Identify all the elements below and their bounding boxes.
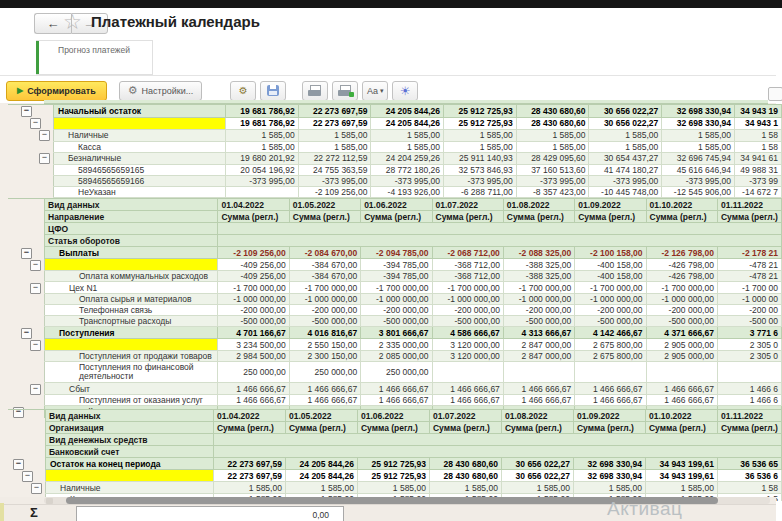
cell-value[interactable]: -478 21 [717, 271, 781, 282]
cell-value[interactable]: -14 672 7 [735, 186, 782, 197]
row-label[interactable]: Безналичные [54, 152, 226, 164]
cell-value[interactable]: 34 943 199,61 [645, 470, 717, 482]
cell-value[interactable]: 32 573 846,93 [444, 164, 517, 175]
cell-value[interactable]: 1 58 [735, 129, 782, 141]
cell-value[interactable]: 1 585,00 [444, 141, 517, 152]
date-header-cell[interactable]: 01.08.2022 [501, 410, 573, 422]
sum-header-cell[interactable]: Сумма (регл.) [361, 211, 432, 223]
cell-value[interactable]: 4 371 666,67 [646, 327, 717, 339]
tab-payment-forecast[interactable]: Прогноз платежей [36, 40, 153, 75]
cell-value[interactable]: 2 550 150,00 [289, 339, 360, 351]
tree-expander-icon[interactable]: − [30, 384, 41, 395]
cell-value[interactable]: 24 204 259,26 [371, 152, 444, 164]
cell-value[interactable]: -200 00 [717, 305, 781, 316]
cell-value[interactable]: 4 142 466,67 [575, 327, 646, 339]
cell-value[interactable]: 1 466 666,67 [218, 395, 289, 406]
row-label[interactable] [45, 259, 218, 271]
cell-value[interactable]: -1 000 000,00 [432, 294, 503, 305]
cell-value[interactable]: -2 084 670,00 [289, 247, 360, 259]
row-label[interactable]: Сбыт [45, 383, 218, 395]
row-label[interactable]: Оплата сырья и материалов [45, 294, 218, 305]
date-header-cell[interactable]: 01.06.2022 [357, 410, 429, 422]
cell-value[interactable]: 22 273 697,59 [213, 470, 285, 482]
cell-value[interactable]: 1 585,00 [298, 129, 371, 141]
sum-header-cell[interactable]: Сумма (регл.) [357, 422, 429, 434]
cell-value[interactable]: 2 905 000,00 [646, 339, 717, 351]
cell-value[interactable]: -2 068 712,00 [432, 247, 503, 259]
row-label[interactable] [46, 470, 214, 482]
sum-header-cell[interactable]: Сумма (регл.) [645, 422, 717, 434]
cell-value[interactable]: 1 585,00 [298, 141, 371, 152]
row-label[interactable]: Поступления [45, 327, 218, 339]
cell-value[interactable]: -200 000,00 [503, 305, 574, 316]
cell-value[interactable] [717, 362, 781, 383]
row-label[interactable]: Выплаты [45, 247, 218, 259]
cell-value[interactable]: 1 585,00 [662, 129, 735, 141]
header-empty-cell[interactable] [218, 235, 782, 247]
cell-value[interactable]: 2 905 000,00 [646, 351, 717, 362]
cell-value[interactable]: -1 700 000,00 [432, 282, 503, 294]
sum-header-cell[interactable]: Сумма (регл.) [289, 211, 360, 223]
cell-value[interactable]: -388 325,00 [503, 271, 574, 282]
cell-value[interactable]: 1 585,00 [371, 141, 444, 152]
cell-value[interactable]: -373 995,00 [662, 175, 735, 186]
cell-value[interactable]: -200 000,00 [432, 305, 503, 316]
tree-expander-icon[interactable]: − [30, 340, 41, 351]
cell-value[interactable]: 1 585,00 [213, 482, 285, 494]
cell-value[interactable]: -2 088 325,00 [503, 247, 574, 259]
cell-value[interactable]: 3 801 666,67 [361, 327, 432, 339]
font-size-button[interactable]: Aa ▾ [362, 81, 388, 101]
cell-value[interactable]: 36 536 6 [717, 470, 781, 482]
cell-value[interactable]: 1 585,00 [589, 129, 662, 141]
generate-button[interactable]: ▶ Сформировать [6, 81, 107, 101]
cell-value[interactable]: 19 680 201,92 [225, 152, 298, 164]
cell-value[interactable]: 32 698 330,94 [662, 105, 735, 118]
cell-value[interactable]: 32 698 330,94 [573, 458, 645, 470]
header-label[interactable]: ЦФО [45, 223, 218, 235]
cell-value[interactable]: 22 273 697,59 [298, 105, 371, 118]
cell-value[interactable]: 24 755 363,59 [298, 164, 371, 175]
tree-expander-icon[interactable]: − [22, 471, 33, 482]
cell-value[interactable]: 1 585,00 [501, 482, 573, 494]
cell-value[interactable]: -373 99 [735, 175, 782, 186]
cell-value[interactable]: 25 912 725,93 [357, 458, 429, 470]
cell-value[interactable]: -1 000 000,00 [218, 294, 289, 305]
autosum-field[interactable]: 0,00 [76, 506, 344, 521]
cell-value[interactable]: -1 000 000,00 [361, 294, 432, 305]
cell-value[interactable]: -2 178 21 [717, 247, 781, 259]
date-header-cell[interactable]: 01.04.2022 [213, 410, 285, 422]
cell-value[interactable]: 25 912 725,93 [444, 105, 517, 118]
cell-value[interactable]: 2 675 800,00 [575, 339, 646, 351]
cell-value[interactable]: 22 272 112,59 [298, 152, 371, 164]
cell-value[interactable]: 49 988 31 [735, 164, 782, 175]
cell-value[interactable]: 36 536 65 [717, 458, 781, 470]
cell-value[interactable]: 30 656 022,27 [589, 105, 662, 118]
cell-value[interactable]: 20 054 196,92 [225, 164, 298, 175]
cell-value[interactable]: 4 586 666,67 [432, 327, 503, 339]
cell-value[interactable]: -10 445 748,00 [589, 186, 662, 197]
cell-value[interactable]: 1 466 666,67 [361, 383, 432, 395]
tree-expander-icon[interactable]: − [39, 130, 50, 141]
row-label[interactable]: Касса [54, 141, 226, 152]
print-button[interactable] [302, 81, 328, 101]
header-label[interactable]: Банковский счет [46, 446, 214, 458]
cell-value[interactable]: 25 912 725,93 [357, 470, 429, 482]
header-label[interactable]: Вид данных [46, 410, 214, 422]
cell-value[interactable]: -500 000,00 [218, 316, 289, 327]
cell-value[interactable]: 28 430 680,60 [429, 470, 501, 482]
cell-value[interactable]: -384 670,00 [289, 259, 360, 271]
cell-value[interactable]: 3 120 000,00 [432, 351, 503, 362]
cell-value[interactable]: 1 466 666,67 [646, 383, 717, 395]
date-header-cell[interactable]: 01.07.2022 [432, 199, 503, 211]
tree-expander-icon[interactable]: − [30, 260, 41, 271]
cell-value[interactable]: 37 160 513,60 [516, 164, 589, 175]
cell-value[interactable]: -400 158,00 [575, 259, 646, 271]
cell-value[interactable] [432, 362, 503, 383]
cell-value[interactable]: -426 798,00 [646, 271, 717, 282]
cell-value[interactable]: -500 00 [717, 316, 781, 327]
cell-value[interactable]: -12 545 906,00 [662, 186, 735, 197]
cell-value[interactable]: 2 847 000,00 [503, 351, 574, 362]
tree-expander-icon[interactable]: − [31, 483, 42, 494]
cell-value[interactable]: 1 466 666,67 [432, 395, 503, 406]
row-label[interactable]: Цех N1 [45, 282, 218, 294]
